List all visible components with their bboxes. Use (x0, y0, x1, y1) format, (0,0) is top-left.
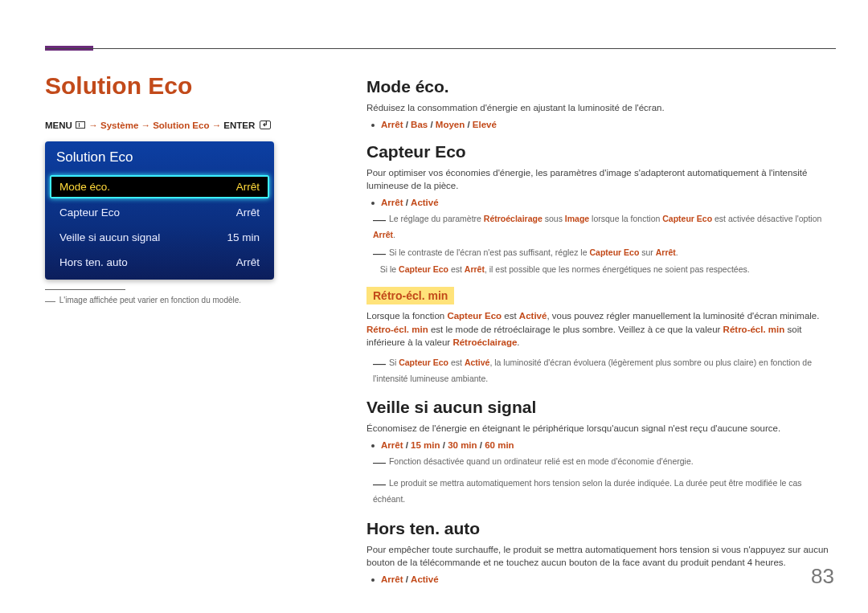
section-mode-eco: Mode éco. Réduisez la consommation d'éne… (366, 77, 833, 129)
osd-item-label: Mode éco. (59, 181, 110, 193)
options-hors-ten-auto: Arrêt / Activé (381, 574, 833, 584)
osd-item-label: Veille si aucun signal (59, 231, 160, 243)
heading-hors-ten-auto: Hors ten. auto (366, 519, 833, 538)
osd-menu-item-hors-ten-auto[interactable]: Hors ten. auto Arrêt (45, 250, 274, 280)
header-rule (45, 48, 836, 49)
note-veille-1: ― Fonction désactivée quand un ordinateu… (373, 453, 833, 472)
dash-icon: ― (373, 357, 386, 370)
desc-mode-eco: Réduisez la consommation d'énergie en aj… (366, 101, 833, 115)
dash-icon: ― (373, 247, 386, 260)
osd-menu-panel: Solution Eco Mode éco. Arrêt Capteur Eco… (45, 141, 274, 280)
note-veille-2: ― Le produit se mettra automatiquement h… (373, 475, 833, 505)
heading-veille: Veille si aucun signal (366, 398, 833, 417)
breadcrumb: MENU → Système → Solution Eco → ENTER (45, 121, 334, 130)
footnote: ― L'image affichée peut varier en foncti… (45, 295, 334, 307)
breadcrumb-path: → Système → Solution Eco → (88, 121, 223, 130)
desc-retro-ecl-min: Lorsque la fonction Capteur Eco est Acti… (366, 309, 833, 349)
osd-item-value: Arrêt (236, 256, 260, 268)
section-hors-ten-auto: Hors ten. auto Pour empêcher toute surch… (366, 519, 833, 584)
note-capteur-eco-2: ― Si le contraste de l'écran n'est pas s… (373, 244, 833, 275)
dash-icon: ― (45, 295, 55, 307)
desc-capteur-eco: Pour optimiser vos économies d'énergie, … (366, 166, 833, 193)
desc-veille: Économisez de l'énergie en éteignant le … (366, 422, 833, 435)
osd-item-label: Hors ten. auto (59, 256, 128, 268)
breadcrumb-enter-label: ENTER (223, 121, 255, 130)
page-title: Solution Eco (45, 72, 334, 100)
section-veille: Veille si aucun signal Économisez de l'é… (366, 398, 833, 505)
osd-menu-item-mode-eco[interactable]: Mode éco. Arrêt (50, 175, 269, 198)
osd-menu-title: Solution Eco (45, 141, 274, 174)
options-mode-eco: Arrêt / Bas / Moyen / Elevé (381, 120, 833, 129)
heading-retro-ecl-min: Rétro-écl. min (366, 287, 454, 304)
note-retro-ecl-min: ― Si Capteur Eco est Activé, la luminosi… (373, 354, 833, 385)
options-veille: Arrêt / 15 min / 30 min / 60 min (381, 440, 833, 450)
footnote-rule (45, 289, 125, 290)
osd-item-label: Capteur Eco (59, 206, 120, 219)
section-capteur-eco: Capteur Eco Pour optimiser vos économies… (366, 142, 833, 386)
menu-icon (76, 121, 85, 129)
osd-item-value: Arrêt (236, 206, 260, 219)
page-number: 83 (811, 564, 834, 589)
note-capteur-eco-1: ― Le réglage du paramètre Rétroéclairage… (373, 210, 833, 241)
footnote-text: L'image affichée peut varier en fonction… (59, 296, 241, 304)
osd-item-value: 15 min (227, 231, 260, 243)
dash-icon: ― (373, 477, 386, 491)
desc-hors-ten-auto: Pour empêcher toute surchauffe, le produ… (366, 543, 833, 570)
dash-icon: ― (373, 213, 386, 227)
options-capteur-eco: Arrêt / Activé (381, 198, 833, 207)
heading-capteur-eco: Capteur Eco (366, 142, 833, 161)
left-column: Solution Eco MENU → Système → Solution E… (45, 72, 334, 307)
osd-menu-item-capteur-eco[interactable]: Capteur Eco Arrêt (45, 200, 274, 225)
osd-item-value: Arrêt (236, 181, 260, 193)
osd-menu-item-veille[interactable]: Veille si aucun signal 15 min (45, 225, 274, 250)
right-column: Mode éco. Réduisez la consommation d'éne… (366, 72, 833, 597)
breadcrumb-menu-label: MENU (45, 121, 72, 130)
dash-icon: ― (373, 456, 386, 469)
heading-mode-eco: Mode éco. (366, 77, 833, 96)
enter-icon (260, 121, 271, 129)
